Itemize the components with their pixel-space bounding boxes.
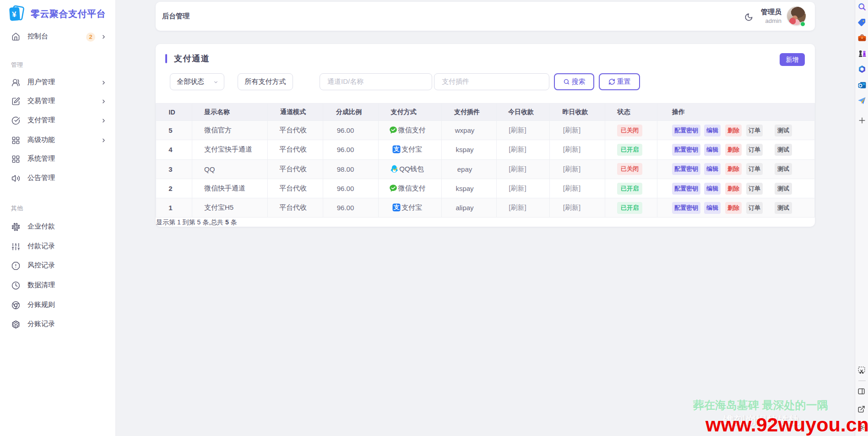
svg-text:支: 支 (393, 146, 400, 153)
svg-text:¥: ¥ (12, 10, 17, 19)
svg-text:支: 支 (393, 204, 400, 211)
